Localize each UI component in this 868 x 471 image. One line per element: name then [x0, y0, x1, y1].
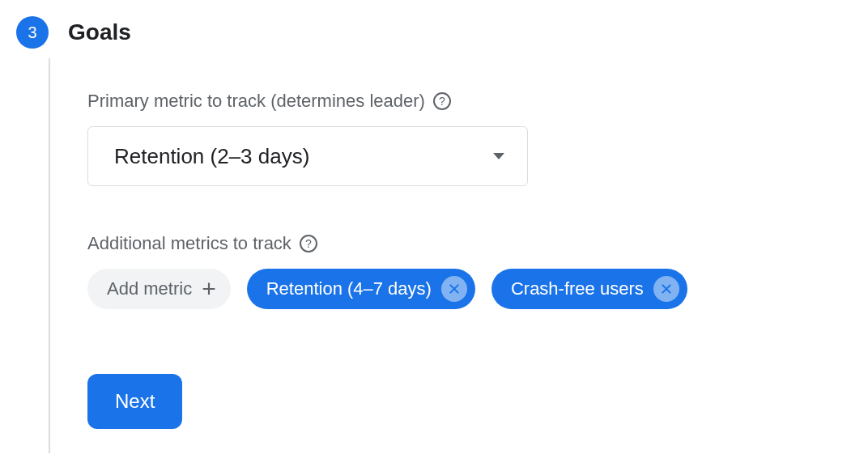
plus-icon: + — [202, 277, 216, 301]
step-title: Goals — [68, 19, 131, 45]
close-icon — [660, 282, 673, 295]
metric-chip[interactable]: Retention (4–7 days) — [247, 269, 475, 309]
next-button[interactable]: Next — [87, 374, 182, 429]
primary-metric-value: Retention (2–3 days) — [114, 144, 309, 169]
primary-metric-select[interactable]: Retention (2–3 days) — [87, 126, 528, 186]
additional-metrics-label-row: Additional metrics to track ? — [87, 233, 852, 254]
primary-metric-label-row: Primary metric to track (determines lead… — [87, 91, 852, 112]
additional-metrics-label: Additional metrics to track — [87, 233, 291, 254]
help-icon[interactable]: ? — [433, 92, 451, 110]
add-metric-chip[interactable]: Add metric + — [87, 269, 231, 309]
metric-chip-label: Crash-free users — [511, 278, 644, 299]
close-icon — [448, 282, 461, 295]
step-header: 3 Goals — [16, 16, 852, 49]
primary-metric-label: Primary metric to track (determines lead… — [87, 91, 425, 112]
metric-chip[interactable]: Crash-free users — [491, 269, 687, 309]
remove-metric-button[interactable] — [653, 276, 679, 302]
remove-metric-button[interactable] — [441, 276, 467, 302]
chevron-down-icon — [493, 153, 504, 159]
step-body: Primary metric to track (determines lead… — [49, 58, 852, 453]
step-number-badge: 3 — [16, 16, 49, 49]
metrics-chips-row: Add metric + Retention (4–7 days) Crash-… — [87, 269, 852, 309]
help-icon[interactable]: ? — [300, 235, 317, 252]
add-metric-label: Add metric — [107, 278, 192, 299]
metric-chip-label: Retention (4–7 days) — [266, 278, 432, 299]
